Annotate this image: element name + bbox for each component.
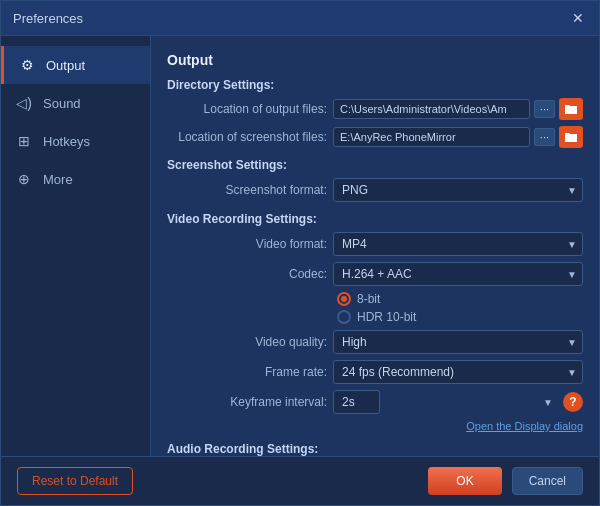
- bit-depth-group: 8-bit HDR 10-bit: [337, 292, 416, 324]
- codec-label: Codec:: [167, 267, 327, 281]
- output-path-container: ···: [333, 98, 583, 120]
- close-button[interactable]: ✕: [569, 9, 587, 27]
- screenshot-folder-button[interactable]: [559, 126, 583, 148]
- folder-icon-2: [564, 131, 578, 143]
- keyframe-label: Keyframe interval:: [167, 395, 327, 409]
- sidebar-item-sound[interactable]: ◁) Sound: [1, 84, 150, 122]
- sidebar-label-output: Output: [46, 58, 85, 73]
- directory-settings-title: Directory Settings:: [167, 78, 583, 92]
- output-icon: ⚙: [18, 56, 36, 74]
- video-format-container: MP4 MOV AVI ▼: [333, 232, 583, 256]
- output-files-label: Location of output files:: [167, 102, 327, 116]
- preferences-dialog: Preferences ✕ ⚙ Output ◁) Sound ⊞ Hotkey…: [0, 0, 600, 506]
- framerate-select[interactable]: 24 fps (Recommend) 30 fps 60 fps: [333, 360, 583, 384]
- screenshot-path-container: ···: [333, 126, 583, 148]
- sidebar-label-more: More: [43, 172, 73, 187]
- 8bit-radio[interactable]: [337, 292, 351, 306]
- screenshot-path-input[interactable]: [333, 127, 530, 147]
- output-path-input[interactable]: [333, 99, 530, 119]
- folder-icon: [564, 103, 578, 115]
- video-quality-label: Video quality:: [167, 335, 327, 349]
- dialog-title: Preferences: [13, 11, 83, 26]
- 8bit-row[interactable]: 8-bit: [337, 292, 416, 306]
- screenshot-files-label: Location of screenshot files:: [167, 130, 327, 144]
- framerate-row: Frame rate: 24 fps (Recommend) 30 fps 60…: [167, 360, 583, 384]
- screenshot-format-row: Screenshot format: PNG JPG BMP ▼: [167, 178, 583, 202]
- sidebar: ⚙ Output ◁) Sound ⊞ Hotkeys ⊕ More: [1, 36, 151, 456]
- ok-button[interactable]: OK: [428, 467, 501, 495]
- 10bit-radio[interactable]: [337, 310, 351, 324]
- video-format-row: Video format: MP4 MOV AVI ▼: [167, 232, 583, 256]
- screenshot-settings-title: Screenshot Settings:: [167, 158, 583, 172]
- footer: Reset to Default OK Cancel: [1, 456, 599, 505]
- screenshot-files-row: Location of screenshot files: ···: [167, 126, 583, 148]
- screenshot-format-container: PNG JPG BMP ▼: [333, 178, 583, 202]
- footer-actions: OK Cancel: [428, 467, 583, 495]
- video-quality-container: High Medium Low ▼: [333, 330, 583, 354]
- reset-button[interactable]: Reset to Default: [17, 467, 133, 495]
- 10bit-row[interactable]: HDR 10-bit: [337, 310, 416, 324]
- sidebar-item-output[interactable]: ⚙ Output: [1, 46, 150, 84]
- title-bar: Preferences ✕: [1, 1, 599, 36]
- codec-row: Codec: H.264 + AAC H.265 + AAC ▼: [167, 262, 583, 286]
- more-icon: ⊕: [15, 170, 33, 188]
- video-format-select[interactable]: MP4 MOV AVI: [333, 232, 583, 256]
- sidebar-item-more[interactable]: ⊕ More: [1, 160, 150, 198]
- 8bit-radio-dot: [341, 296, 347, 302]
- content-area: ⚙ Output ◁) Sound ⊞ Hotkeys ⊕ More Outpu…: [1, 36, 599, 456]
- framerate-container: 24 fps (Recommend) 30 fps 60 fps ▼: [333, 360, 583, 384]
- display-dialog-link[interactable]: Open the Display dialog: [167, 420, 583, 432]
- video-quality-select[interactable]: High Medium Low: [333, 330, 583, 354]
- screenshot-dots-button[interactable]: ···: [534, 128, 555, 146]
- sidebar-item-hotkeys[interactable]: ⊞ Hotkeys: [1, 122, 150, 160]
- bit-depth-row: 8-bit HDR 10-bit: [167, 292, 583, 324]
- main-panel: Output Directory Settings: Location of o…: [151, 36, 599, 456]
- hotkeys-icon: ⊞: [15, 132, 33, 150]
- audio-settings-title: Audio Recording Settings:: [167, 442, 583, 456]
- screenshot-format-label: Screenshot format:: [167, 183, 327, 197]
- keyframe-row: Keyframe interval: 2s 1s 5s ▼ ?: [167, 390, 583, 414]
- video-quality-row: Video quality: High Medium Low ▼: [167, 330, 583, 354]
- video-settings-title: Video Recording Settings:: [167, 212, 583, 226]
- output-dots-button[interactable]: ···: [534, 100, 555, 118]
- output-folder-button[interactable]: [559, 98, 583, 120]
- framerate-label: Frame rate:: [167, 365, 327, 379]
- codec-container: H.264 + AAC H.265 + AAC ▼: [333, 262, 583, 286]
- keyframe-arrow: ▼: [543, 397, 553, 408]
- sidebar-label-sound: Sound: [43, 96, 81, 111]
- codec-select[interactable]: H.264 + AAC H.265 + AAC: [333, 262, 583, 286]
- keyframe-select[interactable]: 2s 1s 5s: [333, 390, 380, 414]
- 10bit-label: HDR 10-bit: [357, 310, 416, 324]
- video-format-label: Video format:: [167, 237, 327, 251]
- help-button[interactable]: ?: [563, 392, 583, 412]
- page-title: Output: [167, 52, 583, 68]
- cancel-button[interactable]: Cancel: [512, 467, 583, 495]
- screenshot-format-select[interactable]: PNG JPG BMP: [333, 178, 583, 202]
- keyframe-controls: 2s 1s 5s ▼ ?: [333, 390, 583, 414]
- sidebar-label-hotkeys: Hotkeys: [43, 134, 90, 149]
- keyframe-container: 2s 1s 5s ▼: [333, 390, 559, 414]
- sound-icon: ◁): [15, 94, 33, 112]
- 8bit-label: 8-bit: [357, 292, 380, 306]
- output-files-row: Location of output files: ···: [167, 98, 583, 120]
